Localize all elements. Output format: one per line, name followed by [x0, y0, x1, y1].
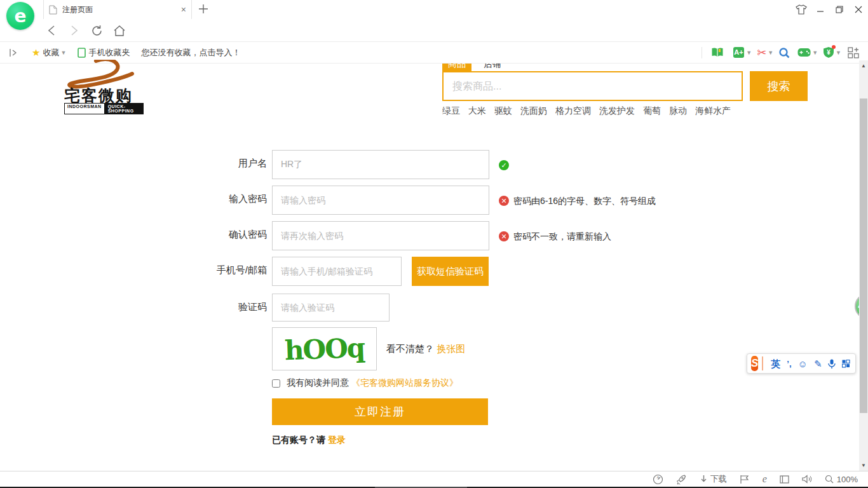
games-gamepad-icon[interactable] — [797, 48, 811, 57]
logo-badge-right: QUICK-SHOPPING — [105, 103, 144, 114]
captcha-label: 验证码 — [146, 301, 267, 313]
scroll-up-icon[interactable]: ▲ — [859, 63, 868, 69]
chevron-down-icon[interactable]: ▼ — [836, 50, 841, 56]
translate-icon[interactable]: A+ — [733, 46, 745, 58]
scroll-down-icon[interactable]: ▼ — [859, 463, 868, 468]
ime-mic-icon[interactable] — [828, 359, 836, 369]
tab-goods[interactable]: 商品 — [442, 64, 471, 71]
browser-logo-icon[interactable]: e — [6, 2, 37, 32]
vertical-scrollbar[interactable]: ▲ ▼ — [859, 60, 868, 471]
ime-pencil-icon[interactable]: ✎ — [814, 359, 822, 369]
agreement-checkbox[interactable] — [272, 379, 280, 388]
hot-keywords: 绿豆大米驱蚊洗面奶格力空调洗发护发葡萄脉动海鲜水产 — [442, 105, 773, 117]
ie-compat-icon[interactable]: e — [763, 473, 767, 485]
captcha-field-wrap — [272, 294, 390, 322]
site-logo[interactable]: 宅客微购 INDOORSMAN QUICK-SHOPPING — [61, 60, 144, 118]
ime-language-toggle[interactable]: 英 — [771, 359, 780, 369]
zoom-icon — [825, 475, 834, 484]
screenshot-scissors-icon[interactable]: ✂ — [757, 46, 766, 60]
tab-shops[interactable]: 店铺 — [478, 64, 507, 71]
close-button[interactable] — [849, 0, 868, 19]
status-bar: A 下载 e 100% — [0, 471, 868, 487]
chevron-down-icon[interactable]: ▼ — [768, 50, 773, 56]
phone-email-label: 手机号/邮箱 — [146, 264, 267, 276]
confirm-error-message: 密码不一致，请重新输入 — [513, 231, 611, 243]
mobile-favorites-label[interactable]: 手机收藏夹 — [88, 47, 130, 58]
hot-keyword-link[interactable]: 绿豆 — [442, 105, 460, 116]
ime-punctuation-icon[interactable]: ’, — [787, 360, 791, 368]
hot-keyword-link[interactable]: 脉动 — [669, 105, 687, 116]
divider — [702, 47, 702, 58]
reading-mode-icon[interactable] — [711, 47, 724, 58]
username-label: 用户名 — [146, 158, 267, 170]
password-error-message: 密码由6-16的字母、数字、符号组成 — [513, 196, 656, 207]
accelerator-icon[interactable]: A — [653, 474, 663, 485]
zoom-control[interactable]: 100% — [825, 475, 858, 484]
captcha-input[interactable] — [273, 294, 389, 321]
captcha-image[interactable]: hOOq — [272, 327, 377, 370]
hot-keyword-link[interactable]: 驱蚊 — [494, 105, 512, 116]
speaker-icon[interactable] — [802, 475, 812, 484]
confirm-password-label: 确认密码 — [146, 229, 267, 241]
hot-keyword-link[interactable]: 洗发护发 — [599, 105, 635, 116]
mobile-favorites-icon[interactable] — [78, 48, 86, 58]
captcha-hint-text: 看不清楚？ — [386, 343, 434, 354]
new-tab-button[interactable] — [197, 3, 210, 15]
svg-text:¥: ¥ — [827, 49, 831, 56]
minimize-button[interactable] — [811, 0, 830, 19]
refresh-icon[interactable] — [89, 23, 104, 38]
product-search-input[interactable] — [444, 72, 742, 100]
register-button[interactable]: 立即注册 — [272, 398, 488, 425]
login-link[interactable]: 登录 — [328, 435, 346, 445]
phone-email-input[interactable] — [273, 257, 401, 285]
password-key-icon[interactable] — [778, 47, 790, 58]
home-icon[interactable] — [112, 23, 127, 38]
import-favorites-hint[interactable]: 您还没有收藏，点击导入！ — [141, 47, 240, 58]
rocket-boost-icon[interactable] — [676, 474, 687, 485]
back-icon[interactable] — [44, 23, 60, 38]
change-captcha-link[interactable]: 换张图 — [437, 343, 465, 354]
download-item[interactable]: 下载 — [700, 473, 727, 485]
skin-theme-icon[interactable] — [792, 0, 811, 19]
tab-close-icon[interactable]: × — [181, 4, 186, 15]
page-file-icon — [49, 5, 57, 15]
search-button[interactable]: 搜索 — [750, 71, 808, 101]
sogou-logo-icon[interactable]: S — [751, 356, 758, 371]
confirm-password-input[interactable] — [273, 222, 489, 250]
restore-button[interactable] — [830, 0, 849, 19]
hot-keyword-link[interactable]: 格力空调 — [555, 105, 591, 116]
favorites-label[interactable]: 收藏 — [43, 47, 59, 58]
favorites-star-icon[interactable]: ★ — [32, 47, 40, 58]
page-content: 宅客微购 INDOORSMAN QUICK-SHOPPING 商品 店铺 搜索 … — [0, 64, 859, 471]
wallet-shield-icon[interactable]: ¥ — [823, 46, 834, 58]
chevron-down-icon[interactable]: ▼ — [812, 50, 818, 56]
scrollbar-thumb[interactable] — [860, 98, 867, 413]
chevron-down-icon[interactable]: ▼ — [60, 50, 66, 56]
agreement-row: 我有阅读并同意 《宅客微购网站服务协议》 — [272, 377, 458, 389]
hot-keyword-link[interactable]: 大米 — [468, 105, 486, 116]
report-flag-icon[interactable] — [740, 475, 750, 484]
tab-title: 注册页面 — [62, 4, 181, 15]
ime-emoji-icon[interactable]: ☺ — [798, 359, 808, 369]
browser-tab[interactable]: 注册页面 × — [43, 0, 192, 19]
password-input[interactable] — [273, 186, 489, 214]
notification-dot — [832, 45, 836, 49]
chevron-down-icon[interactable]: ▼ — [746, 50, 752, 56]
hot-keyword-link[interactable]: 洗面奶 — [520, 105, 547, 116]
sogou-ime-bar[interactable]: S 英 ’, ☺ ✎ — [747, 353, 856, 374]
username-field-wrap — [272, 150, 489, 179]
ime-toolbox-icon[interactable] — [842, 360, 850, 368]
hot-keyword-link[interactable]: 葡萄 — [643, 105, 661, 116]
forward-icon[interactable] — [66, 23, 81, 38]
collapse-sidebar-icon[interactable] — [9, 48, 18, 57]
captcha-code-text: hOOq — [284, 332, 365, 365]
hot-keyword-link[interactable]: 海鲜水产 — [695, 105, 731, 116]
get-sms-code-button[interactable]: 获取短信验证码 — [412, 257, 489, 286]
extensions-grid-icon[interactable] — [848, 47, 859, 58]
login-hint-text: 已有账号？请 — [272, 435, 328, 445]
login-hint-row: 已有账号？请 登录 — [272, 435, 346, 446]
captcha-hint-row: 看不清楚？ 换张图 — [386, 343, 465, 355]
window-layout-icon[interactable] — [780, 475, 789, 484]
service-agreement-link[interactable]: 《宅客微购网站服务协议》 — [351, 377, 458, 389]
username-input[interactable] — [273, 151, 489, 179]
